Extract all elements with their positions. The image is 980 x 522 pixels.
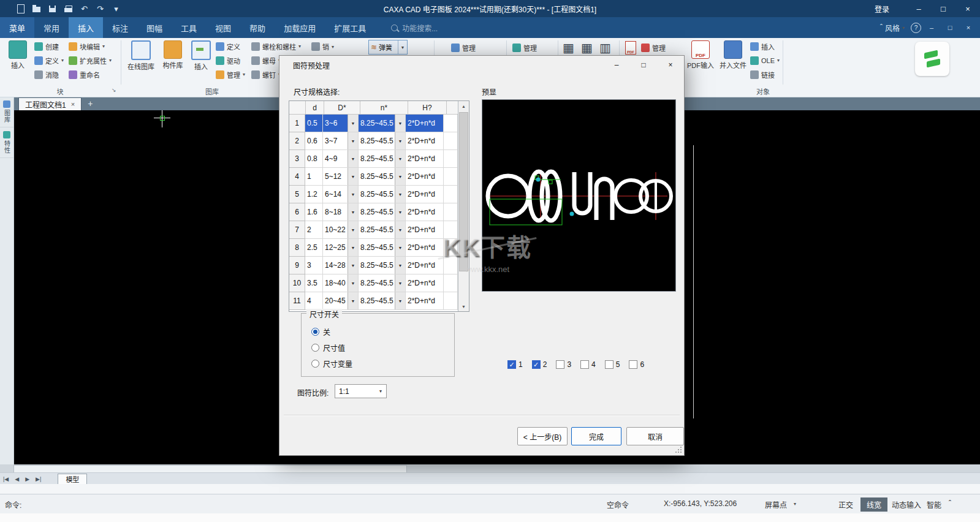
dropdown-arrow-icon[interactable]: ▼ (395, 168, 405, 185)
cell-d[interactable]: 0.8 (305, 150, 323, 168)
cell-H[interactable]: 2*D+n*d (406, 186, 444, 203)
scroll-down-icon[interactable]: ▼ (458, 301, 469, 311)
doc-maximize-button[interactable]: □ (942, 21, 958, 34)
dropdown-arrow-icon[interactable]: ▼ (395, 132, 405, 149)
define-button[interactable]: 定义▾ (34, 53, 64, 67)
bolts-button[interactable]: 螺栓和螺柱▾ (251, 39, 301, 53)
checkbox-item-5[interactable]: 5 (605, 360, 620, 369)
doc-minimize-button[interactable]: – (924, 21, 940, 34)
model-sheet-tab[interactable]: 模型 (58, 474, 87, 485)
quick-access-dropdown-icon[interactable]: ▾ (112, 4, 121, 13)
tab-close-icon[interactable]: × (71, 100, 75, 108)
cell-n[interactable]: 8.25~45.5▼ (359, 221, 406, 239)
dropdown-arrow-icon[interactable]: ▼ (348, 132, 358, 149)
dropdown-arrow-icon[interactable]: ▼ (395, 203, 405, 221)
dropdown-arrow-icon[interactable]: ▼ (395, 292, 405, 309)
dropdown-arrow-icon[interactable]: ▼ (395, 274, 405, 292)
menu-item-2[interactable]: 插入 (69, 17, 103, 38)
ext-attr-button[interactable]: 扩充属性▾ (69, 53, 112, 67)
checkbox-1[interactable]: ✓ (507, 360, 516, 369)
table-row-11[interactable]: 11420~45▼8.25~45.5▼2*D+n*d (289, 292, 458, 310)
radio-option-2[interactable]: 尺寸变量 (311, 355, 352, 371)
scrollbar-track[interactable] (458, 111, 469, 301)
checkbox-item-2[interactable]: ✓2 (532, 360, 547, 369)
smart-snap-toggle[interactable]: 智能 (927, 499, 941, 510)
radio-option-0[interactable]: 关 (311, 323, 352, 339)
combo-arrow-icon[interactable]: ▼ (398, 40, 407, 54)
pin-button[interactable]: 销 ▾ (311, 42, 334, 51)
menu-item-9[interactable]: 扩展工具 (325, 17, 375, 38)
window-close-button[interactable]: × (955, 0, 980, 17)
cell-D[interactable]: 6~14▼ (323, 186, 359, 203)
function-search[interactable]: 功能搜索... (391, 17, 438, 38)
lib-drive-button[interactable]: 驱动 (216, 53, 245, 67)
checkbox-item-4[interactable]: 4 (580, 360, 596, 369)
menu-item-5[interactable]: 工具 (172, 17, 206, 38)
qr-code-icon-2[interactable]: ▦ (581, 40, 593, 55)
dialog-maximize-button[interactable]: □ (630, 56, 657, 74)
cell-H[interactable]: 2*D+n*d (406, 239, 444, 257)
cell-D[interactable]: 5~12▼ (323, 168, 359, 186)
sidebar-tab-library[interactable]: 图库 (0, 97, 13, 127)
help-icon[interactable]: ? (911, 23, 921, 33)
table-row-10[interactable]: 103.518~40▼8.25~45.5▼2*D+n*d (289, 274, 458, 292)
table-row-9[interactable]: 9314~28▼8.25~45.5▼2*D+n*d (289, 257, 458, 274)
table-row-8[interactable]: 82.512~25▼8.25~45.5▼2*D+n*d (289, 239, 458, 257)
dialog-titlebar[interactable]: 图符预处理 – □ × (279, 56, 684, 74)
last-sheet-icon[interactable]: ▶| (32, 476, 44, 482)
cell-n[interactable]: 8.25~45.5▼ (359, 150, 406, 168)
table-row-3[interactable]: 30.84~9▼8.25~45.5▼2*D+n*d (289, 150, 458, 168)
cell-H[interactable]: 2*D+n*d (406, 150, 444, 168)
dropdown-arrow-icon[interactable]: ▼ (348, 186, 358, 203)
login-button[interactable]: 登录 (875, 4, 889, 14)
scroll-up-icon[interactable]: ▲ (458, 101, 469, 111)
screen-point-toggle[interactable]: 屏幕点 (765, 499, 787, 510)
lib-define-button[interactable]: 定义 (216, 39, 245, 53)
window-maximize-button[interactable]: □ (931, 0, 955, 17)
cell-n[interactable]: 8.25~45.5▼ (359, 203, 406, 221)
document-tab[interactable]: 工程图文档1 × (18, 97, 82, 110)
radio-option-1[interactable]: 尺寸值 (311, 339, 352, 355)
table-scrollbar[interactable]: ▲ ▼ (458, 101, 469, 311)
symbol-scale-combo[interactable]: 1:1 ▾ (335, 384, 387, 398)
dropdown-arrow-icon[interactable]: ▼ (348, 115, 358, 132)
menu-item-1[interactable]: 常用 (34, 17, 69, 38)
cell-n[interactable]: 8.25~45.5▼ (359, 292, 406, 310)
block-insert-button[interactable]: 插入 (4, 39, 32, 70)
cell-H[interactable]: 2*D+n*d (406, 168, 444, 186)
table-header-1[interactable]: d (306, 101, 324, 115)
online-library-button[interactable]: 在线图库 (124, 39, 158, 71)
dialog-close-button[interactable]: × (657, 56, 684, 74)
dropdown-arrow-icon[interactable]: ▼ (395, 221, 405, 238)
cell-d[interactable]: 1.2 (305, 186, 323, 203)
rename-button[interactable]: 重命名 (69, 67, 112, 81)
checkbox-5[interactable] (605, 360, 613, 369)
redo-icon[interactable]: ↷ (96, 4, 105, 13)
menu-item-8[interactable]: 加载应用 (275, 17, 325, 38)
dynamic-input-toggle[interactable]: 动态输入 (892, 499, 921, 510)
pdf-doc-icon-button[interactable]: PDF (625, 41, 636, 55)
table-row-5[interactable]: 51.26~14▼8.25~45.5▼2*D+n*d (289, 186, 458, 203)
resize-grip[interactable] (674, 445, 682, 453)
checkbox-4[interactable] (580, 360, 589, 369)
dropdown-arrow-icon[interactable]: ▼ (348, 239, 358, 256)
link-button[interactable]: 链接 (750, 67, 780, 81)
new-tab-icon[interactable]: + (88, 99, 93, 108)
cell-D[interactable]: 3~6▼ (323, 115, 359, 132)
qr-code-icon[interactable]: ▦ (563, 40, 574, 55)
menu-item-6[interactable]: 视图 (206, 17, 240, 38)
cell-n[interactable]: 8.25~45.5▼ (359, 132, 406, 150)
cell-d[interactable]: 0.5 (305, 115, 323, 132)
print-icon[interactable] (64, 4, 73, 13)
dropdown-arrow-icon[interactable]: ▼ (348, 221, 358, 238)
cell-D[interactable]: 14~28▼ (323, 257, 359, 274)
collapse-icon[interactable]: ˆ (949, 499, 951, 508)
dropdown-arrow-icon[interactable]: ▼ (395, 239, 405, 256)
table-header-3[interactable]: n* (360, 101, 408, 115)
dialog-minimize-button[interactable]: – (603, 56, 630, 74)
cell-n[interactable]: 8.25~45.5▼ (359, 168, 406, 186)
cell-H[interactable]: 2*D+n*d (406, 203, 444, 221)
menu-item-7[interactable]: 帮助 (240, 17, 275, 38)
ortho-toggle[interactable]: 正交 (838, 499, 853, 510)
cell-D[interactable]: 18~40▼ (323, 274, 359, 292)
